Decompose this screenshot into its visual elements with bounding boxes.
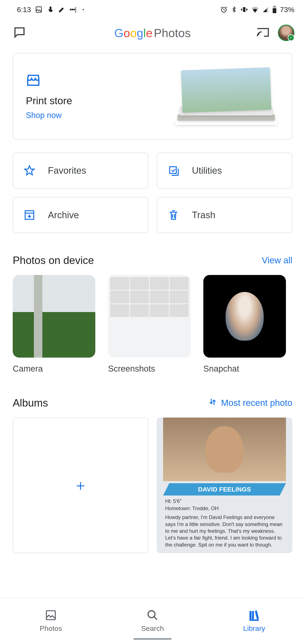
device-folders-scroll[interactable]: Camera Screenshots Snapchat Re [13,275,292,374]
edit-icon [58,6,65,13]
card-description: Howdy partner, I'm David Feelings and ev… [157,512,292,550]
search-icon [146,609,159,621]
plus-icon: ＋ [73,475,88,495]
snapchat-label: Snapchat [203,364,286,374]
album-item[interactable]: DAVID FEELINGS Ht: 5'6" Hometown: Trodde… [157,418,292,553]
nav-library-label: Library [243,624,265,632]
photos-word: Photos [154,26,190,40]
sort-label: Most recent photo [221,398,292,408]
battery-percent: 73% [280,6,294,14]
svg-rect-10 [250,611,251,619]
favorites-button[interactable]: Favorites [13,152,148,188]
svg-rect-4 [272,8,276,13]
screenshots-label: Screenshots [108,364,190,374]
photos-icon [45,609,57,621]
nav-search-label: Search [141,624,164,632]
screenshots-thumbnail [108,275,190,358]
print-store-card[interactable]: Print store Shop now [13,53,292,140]
utilities-label: Utilities [192,165,222,176]
utilities-button[interactable]: Utilities [157,152,292,188]
trash-button[interactable]: Trash [157,197,292,233]
image-icon [35,6,42,13]
svg-rect-8 [46,611,55,620]
library-icon [248,609,260,621]
touch-icon [46,6,54,13]
nav-handle[interactable] [134,638,172,640]
status-right: 73% [220,6,294,14]
albums-sort-button[interactable]: Most recent photo [208,398,292,408]
bottom-nav: Photos Search Library [0,598,305,644]
svg-rect-6 [170,167,176,174]
store-icon [26,85,41,88]
snapchat-thumbnail [203,275,286,358]
status-bar: 6:13 •••| • 73% [0,0,305,19]
star-icon [24,165,35,176]
new-album-button[interactable]: ＋ [13,418,148,553]
svg-rect-5 [274,6,276,6]
camera-label: Camera [13,364,95,374]
device-folder-screenshots[interactable]: Screenshots [108,275,190,374]
bluetooth-icon [231,6,237,13]
archive-icon [24,209,35,221]
battery-icon [272,6,276,13]
cast-icon[interactable] [256,27,270,39]
svg-rect-2 [243,7,245,12]
google-logo: Google [114,26,153,40]
device-folder-snapchat[interactable]: Snapchat [203,275,286,374]
more-icon: •••| [70,6,76,13]
favorites-label: Favorites [48,165,86,176]
photos-on-device-title: Photos on device [13,254,94,266]
app-title: Google Photos [114,26,191,40]
albums-grid: ＋ DAVID FEELINGS Ht: 5'6" Hometown: Trod… [13,418,292,553]
app-header: Google Photos ✓ [0,19,305,46]
card-hometown: Hometown: Trodde, OH [157,505,292,512]
vibrate-icon [240,6,248,13]
nav-photos[interactable]: Photos [0,598,102,644]
svg-rect-0 [36,7,42,12]
feedback-icon[interactable] [13,26,26,40]
album-thumbnail [163,418,286,481]
svg-point-9 [148,611,155,618]
nav-library[interactable]: Library [203,598,305,644]
shop-now-link[interactable]: Shop now [26,111,72,120]
trash-label: Trash [192,210,216,220]
device-folder-camera[interactable]: Camera [13,275,95,374]
account-avatar[interactable]: ✓ [278,24,294,41]
signal-icon [262,6,269,13]
archive-button[interactable]: Archive [13,197,148,233]
trash-icon [168,209,179,221]
utilities-icon [168,165,179,176]
status-time: 6:13 [17,6,31,14]
alarm-icon [220,6,228,13]
svg-rect-12 [250,620,258,621]
photo-books-illustration [169,62,279,130]
camera-thumbnail [13,275,95,358]
nav-photos-label: Photos [40,624,62,632]
archive-label: Archive [48,210,79,220]
backup-complete-icon: ✓ [288,34,294,41]
print-store-title: Print store [26,95,72,106]
albums-title: Albums [13,397,48,409]
card-name: DAVID FEELINGS [163,483,286,496]
svg-rect-11 [252,611,254,619]
dot-icon: • [82,7,84,12]
card-height: Ht: 5'6" [157,498,292,505]
albums-header: Albums Most recent photo [13,397,292,409]
photos-on-device-header: Photos on device View all [13,254,292,266]
view-all-link[interactable]: View all [262,255,292,266]
sort-icon [208,398,217,408]
wifi-icon [251,6,259,13]
status-left: 6:13 •••| • [17,6,84,14]
quick-actions: Favorites Utilities Archive Trash [13,152,292,233]
nav-search[interactable]: Search [102,598,203,644]
